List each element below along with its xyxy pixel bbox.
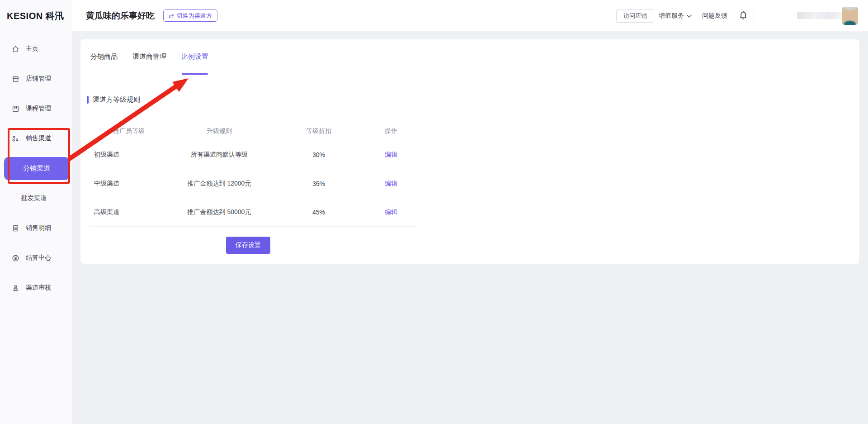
sidebar-item-label: 批发渠道 [21,194,47,202]
brand-logo: KESION 科汛 [0,0,72,32]
save-settings-button[interactable]: 保存设置 [226,237,270,254]
sidebar-item-course-manage[interactable]: 课程管理 [0,94,72,124]
avatar-blur-top [844,7,856,10]
section-title-text: 渠道方等级规则 [93,95,140,104]
top-header: 黄瓜味的乐事好吃 ⇄ 切换为渠道方 访问店铺 增值服务 问题反馈 [0,0,868,32]
value-added-services-menu[interactable]: 增值服务 [659,0,692,32]
person-audit-icon [11,284,20,292]
table-row: 初级渠道 所有渠道商默认等级 30% 编辑 [90,140,416,169]
sidebar-item-label: 课程管理 [26,105,51,113]
storefront-icon [11,75,20,83]
tab-channel-merchant-manage[interactable]: 渠道商管理 [132,39,166,74]
switch-to-channel-button[interactable]: ⇄ 切换为渠道方 [163,10,217,22]
cell-rule: 所有渠道商默认等级 [167,151,271,159]
document-lines-icon [11,224,20,233]
sidebar-item-sales-detail[interactable]: 销售明细 [0,213,72,243]
channel-nodes-icon [11,134,20,143]
visit-store-button[interactable]: 访问店铺 [616,9,654,23]
sidebar-item-label: 分销渠道 [23,164,50,173]
sidebar-item-label: 销售明细 [26,224,51,232]
avatar[interactable] [842,7,858,25]
table-row: 高级渠道 推广金额达到 50000元 45% 编辑 [90,198,416,227]
chevron-down-icon [686,14,692,18]
sidebar-item-label: 主页 [26,45,38,53]
table-header-row: 推广员等级 升级规则 等级折扣 操作 [90,123,416,140]
switch-button-label: 切换为渠道方 [177,12,212,20]
cell-discount: 30% [271,151,366,158]
sidebar-item-label: 渠道审核 [26,284,51,292]
sidebar-item-label: 销售渠道 [26,134,51,143]
sidebar-item-shop-manage[interactable]: 店铺管理 [0,64,72,94]
course-book-icon [11,105,20,113]
sidebar-item-label: 结算中心 [26,254,51,262]
sidebar-item-channel-audit[interactable]: 渠道审核 [0,273,72,303]
level-rule-table: 推广员等级 升级规则 等级折扣 操作 初级渠道 所有渠道商默认等级 30% 编辑… [90,123,416,227]
visit-store-label: 访问店铺 [623,12,647,20]
cell-level: 中级渠道 [90,180,167,188]
col-header-action: 操作 [366,127,416,135]
tab-label: 比例设置 [181,52,208,61]
sidebar: KESION 科汛 主页 店铺管理 课程管理 销售渠道 分销渠道 批发渠道 销售… [0,0,72,424]
table-row: 中级渠道 推广金额达到 12000元 35% 编辑 [90,169,416,198]
sidebar-item-settlement-center[interactable]: 结算中心 [0,243,72,273]
edit-link[interactable]: 编辑 [385,151,397,158]
sidebar-item-wholesale-channel[interactable]: 批发渠道 [0,183,72,213]
section-accent-bar [87,96,89,104]
tab-ratio-settings[interactable]: 比例设置 [181,39,208,74]
sidebar-item-sales-channel[interactable]: 销售渠道 [0,124,72,153]
home-icon [11,45,20,53]
tab-label: 渠道商管理 [132,52,166,61]
sidebar-item-home[interactable]: 主页 [0,34,72,64]
col-header-promoter-level: 推广员等级 [90,127,167,135]
edit-link[interactable]: 编辑 [385,180,397,187]
header-divider [754,9,754,23]
feedback-link[interactable]: 问题反馈 [702,0,727,32]
swap-icon: ⇄ [169,12,174,19]
avatar-blur-body [844,21,856,25]
feedback-label: 问题反馈 [702,12,727,20]
col-header-upgrade-rule: 升级规则 [167,127,271,135]
tab-label: 分销商品 [90,52,118,61]
sidebar-item-distribution-channel[interactable]: 分销渠道 [4,157,69,180]
cell-discount: 35% [271,180,366,187]
bell-icon[interactable] [738,10,749,22]
cell-rule: 推广金额达到 12000元 [167,180,271,188]
cell-level: 初级渠道 [90,151,167,159]
cell-level: 高级渠道 [90,208,167,216]
col-header-level-discount: 等级折扣 [271,127,366,135]
section-title: 渠道方等级规则 [87,95,140,104]
cell-discount: 45% [271,209,366,216]
sidebar-item-label: 店铺管理 [26,75,51,83]
user-name-blur [797,12,842,19]
tab-bar: 分销商品 渠道商管理 比例设置 [90,39,849,74]
edit-link[interactable]: 编辑 [385,208,397,215]
tab-distribution-goods[interactable]: 分销商品 [90,39,118,74]
cell-rule: 推广金额达到 50000元 [167,208,271,216]
store-name: 黄瓜味的乐事好吃 [86,0,155,32]
value-added-label: 增值服务 [659,12,684,20]
content-card: 分销商品 渠道商管理 比例设置 渠道方等级规则 推广员等级 升级规则 等级折扣 … [80,39,859,264]
yen-circle-icon [11,254,20,262]
